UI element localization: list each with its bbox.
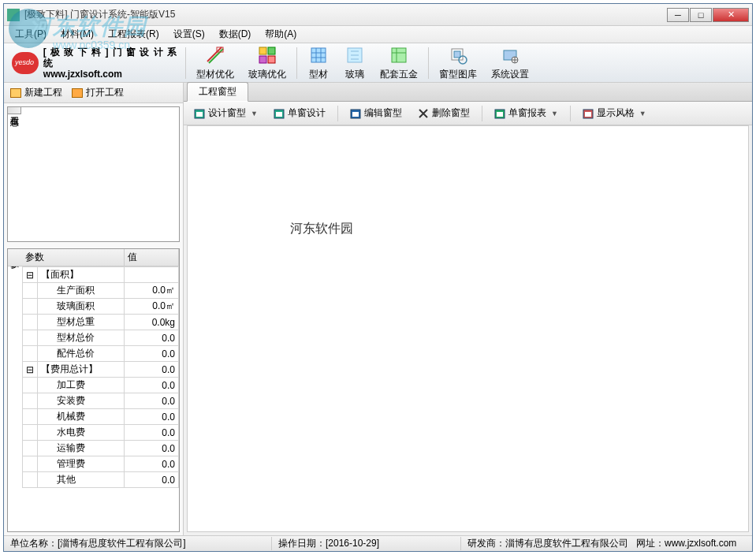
banner-line2: www.jzxlsoft.com xyxy=(43,69,182,80)
tab-strip: 工程窗型 xyxy=(184,83,752,102)
parameter-panel: 工程参数 参数 值 ⊟【面积】生产面积0.0㎡玻璃面积0.0㎡型材总重0.0kg… xyxy=(7,248,180,532)
system-settings-button[interactable]: 系统设置 xyxy=(484,42,536,84)
param-value[interactable]: 0.0 xyxy=(125,472,179,488)
separator xyxy=(296,47,297,79)
menu-report[interactable]: 工程报表(R) xyxy=(102,26,166,43)
param-row[interactable]: 安装费0.0 xyxy=(23,393,179,409)
param-row[interactable]: ⊟【面积】 xyxy=(23,267,179,283)
profile-optimize-label: 型材优化 xyxy=(196,68,234,81)
param-name: 型材总重 xyxy=(38,315,125,330)
banner-left: [ 极 致 下 料 ] 门 窗 设 计 系 统 www.jzxlsoft.com xyxy=(4,47,182,80)
display-style-label: 显示风格 xyxy=(597,106,635,120)
param-row[interactable]: 生产面积0.0㎡ xyxy=(23,283,179,299)
new-project-button[interactable]: 新建工程 xyxy=(10,86,62,99)
expand-toggle[interactable]: ⊟ xyxy=(23,362,38,378)
dropdown-icon: ▼ xyxy=(551,110,558,117)
new-folder-icon xyxy=(10,88,21,98)
right-toolbar: 设计窗型▼单窗设计编辑窗型删除窗型单窗报表▼显示风格▼ xyxy=(184,102,752,125)
profile-optimize-button[interactable]: 型材优化 xyxy=(189,42,241,84)
param-header-value[interactable]: 值 xyxy=(125,249,179,266)
menu-settings[interactable]: 设置(S) xyxy=(167,26,211,43)
param-name: 管理费 xyxy=(38,456,125,472)
vtab-project-info[interactable]: 工程信息 xyxy=(7,106,21,114)
glass-button[interactable]: 玻璃 xyxy=(337,42,373,84)
param-value[interactable]: 0.0 xyxy=(125,409,179,425)
display-style-icon xyxy=(583,108,594,119)
open-folder-icon xyxy=(72,88,83,98)
single-design-icon xyxy=(274,108,285,119)
design-window-button[interactable]: 设计窗型▼ xyxy=(188,104,263,122)
single-design-button[interactable]: 单窗设计 xyxy=(268,104,331,122)
profile-button[interactable]: 型材 xyxy=(300,42,337,84)
tree-spacer xyxy=(23,472,38,488)
menu-tools[interactable]: 工具(P) xyxy=(9,26,53,43)
param-name: 【费用总计】 xyxy=(38,362,125,378)
delete-window-icon xyxy=(418,108,429,119)
expand-toggle[interactable]: ⊟ xyxy=(23,267,38,283)
logo-icon xyxy=(12,52,39,74)
param-row[interactable]: ⊟【费用总计】0.0 xyxy=(23,362,179,378)
app-icon xyxy=(7,9,20,21)
single-report-icon xyxy=(494,108,505,119)
banner: [ 极 致 下 料 ] 门 窗 设 计 系 统 www.jzxlsoft.com… xyxy=(4,43,752,83)
param-value[interactable]: 0.0 xyxy=(125,346,179,362)
param-name: 型材总价 xyxy=(38,330,125,346)
param-value[interactable]: 0.0 xyxy=(125,330,179,346)
design-canvas[interactable]: 河东软件园 xyxy=(187,125,749,532)
delete-window-label: 删除窗型 xyxy=(432,106,470,120)
delete-window-button[interactable]: 删除窗型 xyxy=(412,104,475,122)
profile-label: 型材 xyxy=(309,68,328,81)
design-window-label: 设计窗型 xyxy=(208,106,246,120)
param-header-name[interactable]: 参数 xyxy=(22,249,125,266)
param-value[interactable]: 0.0 xyxy=(125,441,179,456)
glass-optimize-button[interactable]: 玻璃优化 xyxy=(241,42,293,84)
glass-icon xyxy=(344,44,366,66)
single-report-button[interactable]: 单窗报表▼ xyxy=(489,104,564,122)
param-row[interactable]: 其他0.0 xyxy=(23,472,179,488)
param-value xyxy=(125,267,179,283)
param-row[interactable]: 水电费0.0 xyxy=(23,425,179,441)
param-value[interactable]: 0.0 xyxy=(125,378,179,393)
menu-material[interactable]: 材料(M) xyxy=(54,26,100,43)
param-name: 安装费 xyxy=(38,393,125,409)
tree-spacer xyxy=(23,346,38,362)
window-library-button[interactable]: 窗型图库 xyxy=(432,42,484,84)
window-library-icon xyxy=(447,44,469,66)
param-row[interactable]: 机械费0.0 xyxy=(23,409,179,425)
param-row[interactable]: 运输费0.0 xyxy=(23,441,179,456)
hardware-button[interactable]: 配套五金 xyxy=(373,42,425,84)
param-value[interactable]: 0.0 xyxy=(125,425,179,441)
param-value[interactable]: 0.0kg xyxy=(125,315,179,330)
param-row[interactable]: 管理费0.0 xyxy=(23,456,179,472)
close-button[interactable]: ✕ xyxy=(713,8,749,22)
status-company: 单位名称：[淄博有思度软件工程有限公司] xyxy=(4,537,272,550)
project-tree[interactable]: 工程信息 xyxy=(7,106,180,242)
svg-rect-23 xyxy=(196,112,203,117)
single-report-label: 单窗报表 xyxy=(508,106,546,120)
svg-rect-18 xyxy=(454,51,460,58)
param-row[interactable]: 型材总重0.0kg xyxy=(23,315,179,330)
open-project-button[interactable]: 打开工程 xyxy=(72,86,124,99)
param-row[interactable]: 型材总价0.0 xyxy=(23,330,179,346)
dropdown-icon: ▼ xyxy=(251,110,258,117)
param-row[interactable]: 加工费0.0 xyxy=(23,378,179,393)
param-value[interactable]: 0.0㎡ xyxy=(125,299,179,315)
menu-bar: 工具(P) 材料(M) 工程报表(R) 设置(S) 数据(D) 帮助(A) xyxy=(4,26,752,43)
param-value[interactable]: 0.0 xyxy=(125,456,179,472)
svg-rect-4 xyxy=(268,56,275,63)
display-style-button[interactable]: 显示风格▼ xyxy=(577,104,652,122)
param-row[interactable]: 配件总价0.0 xyxy=(23,346,179,362)
edit-window-button[interactable]: 编辑窗型 xyxy=(344,104,408,122)
svg-rect-14 xyxy=(392,48,406,62)
maximize-button[interactable]: □ xyxy=(690,8,712,22)
design-window-icon xyxy=(194,108,205,119)
tab-project-windows[interactable]: 工程窗型 xyxy=(187,82,248,102)
param-value[interactable]: 0.0 xyxy=(125,393,179,409)
tree-spacer xyxy=(23,409,38,425)
param-row[interactable]: 玻璃面积0.0㎡ xyxy=(23,299,179,315)
param-table: ⊟【面积】生产面积0.0㎡玻璃面积0.0㎡型材总重0.0kg型材总价0.0配件总… xyxy=(22,266,179,488)
menu-help[interactable]: 帮助(A) xyxy=(259,26,303,43)
minimize-button[interactable]: ─ xyxy=(667,8,689,22)
param-value[interactable]: 0.0㎡ xyxy=(125,283,179,299)
menu-data[interactable]: 数据(D) xyxy=(213,26,258,43)
